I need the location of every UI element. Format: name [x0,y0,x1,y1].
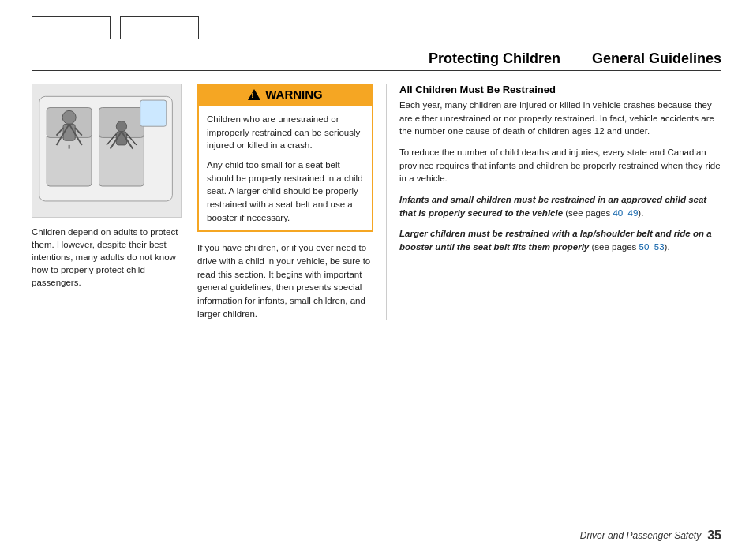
warning-para-1: Children who are unrestrained or imprope… [207,113,364,152]
page-link-49[interactable]: 49 [628,208,639,218]
top-nav [32,16,721,39]
car-seat-svg [36,88,178,214]
svg-point-9 [116,121,126,132]
warning-para-2: Any child too small for a seat belt shou… [207,159,364,224]
footer-text: Driver and Passenger Safety [580,530,701,541]
page-subtitle: General Guidelines [592,50,721,67]
right-heading: All Children Must Be Restrained [399,84,721,95]
nav-box-1[interactable] [32,16,111,39]
italic-para-1: Infants and small children must be restr… [399,193,721,219]
middle-paragraph: If you have children, or if you ever nee… [197,241,373,320]
page-link-50[interactable]: 50 [639,242,650,252]
warning-body: Children who are unrestrained or imprope… [197,105,373,232]
middle-column: WARNING Children who are unrestrained or… [197,84,387,320]
warning-triangle-icon [248,89,260,100]
page-number: 35 [707,528,721,543]
right-para-1: Each year, many children are injured or … [399,99,721,138]
page-link-40[interactable]: 40 [613,208,623,218]
header-row: Protecting Children General Guidelines [32,50,721,71]
left-column: Children depend on adults to protect the… [32,84,197,320]
right-para-2: To reduce the number of child deaths and… [399,146,721,185]
content-area: Children depend on adults to protect the… [32,84,721,320]
right-column: All Children Must Be Restrained Each yea… [387,84,721,320]
nav-box-2[interactable] [120,16,199,39]
child-seat-illustration [32,84,182,218]
page: Protecting Children General Guidelines [0,0,753,560]
svg-point-5 [62,110,76,124]
warning-label: WARNING [265,88,323,101]
image-caption: Children depend on adults to protect the… [32,226,185,289]
italic-para-2: Larger children must be restrained with … [399,227,721,253]
svg-rect-1 [47,134,92,186]
page-title: Protecting Children [429,50,560,67]
footer: Driver and Passenger Safety 35 [580,528,721,543]
italic-text-1: Infants and small children must be restr… [399,195,706,218]
page-link-53[interactable]: 53 [654,242,665,252]
svg-rect-18 [140,100,167,126]
warning-header: WARNING [197,84,373,105]
warning-box: WARNING Children who are unrestrained or… [197,84,373,232]
